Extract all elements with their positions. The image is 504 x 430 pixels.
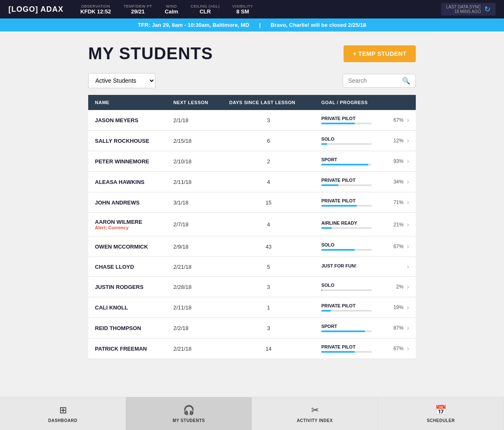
- table-row[interactable]: OWEN MCCORMICK2/9/1843SOLO67%›: [88, 236, 416, 257]
- next-lesson: 2/28/18: [167, 277, 223, 297]
- progress-pct: 67%: [389, 346, 404, 351]
- chevron-right-icon[interactable]: ›: [407, 178, 409, 186]
- days-since: 3: [223, 277, 315, 297]
- chevron-right-icon[interactable]: ›: [407, 263, 409, 270]
- next-lesson: 2/2/18: [167, 318, 223, 338]
- progress-bar-fill: [321, 310, 331, 312]
- goal-progress: SOLO67%›: [315, 236, 416, 257]
- chevron-right-icon[interactable]: ›: [407, 199, 409, 206]
- goal-progress: PRIVATE PILOT71%›: [315, 192, 416, 213]
- search-box: 🔍: [343, 74, 416, 88]
- chevron-right-icon[interactable]: ›: [407, 345, 409, 352]
- nav-scheduler[interactable]: 📅 SCHEDULER: [378, 397, 504, 430]
- progress-pct: 12%: [389, 138, 404, 144]
- table-row[interactable]: PATRICK FREEMAN2/21/1814PRIVATE PILOT67%…: [88, 338, 416, 359]
- goal-label: SOLO: [321, 136, 386, 142]
- goal-label: PRIVATE PILOT: [321, 198, 386, 203]
- visibility-label: VISIBILITY: [232, 4, 253, 8]
- student-alert: Alert: Currency: [95, 225, 160, 230]
- goal-label: AIRLINE READY: [321, 220, 386, 225]
- next-lesson: 2/10/18: [167, 151, 223, 172]
- observation-value: KFDK 12:52: [80, 8, 111, 15]
- days-since: 14: [223, 338, 315, 359]
- progress-pct: 21%: [389, 222, 404, 228]
- days-since: 43: [223, 236, 315, 257]
- progress-bar-fill: [321, 184, 339, 186]
- sync-icon: ↻: [484, 5, 491, 14]
- nav-my-students[interactable]: 🎧 MY STUDENTS: [126, 397, 252, 430]
- goal-label: SPORT: [321, 157, 386, 162]
- days-since: 4: [223, 172, 315, 192]
- goal-progress: SPORT93%›: [315, 151, 416, 172]
- students-table: NAME NEXT LESSON DAYS SINCE LAST LESSON …: [88, 95, 416, 359]
- progress-bar-bg: [321, 330, 372, 332]
- table-row[interactable]: REID THOMPSON2/2/183SPORT87%›: [88, 318, 416, 338]
- chevron-right-icon[interactable]: ›: [407, 116, 409, 124]
- next-lesson: 2/9/18: [167, 236, 223, 257]
- table-row[interactable]: AARON WILMEREAlert: Currency2/7/184AIRLI…: [88, 213, 416, 236]
- observation-item: OBSERVATION KFDK 12:52: [80, 4, 111, 15]
- table-row[interactable]: SALLY ROCKHOUSE2/15/186SOLO12%›: [88, 131, 416, 151]
- wind-item: WIND Calm: [165, 4, 178, 15]
- goal-label: SOLO: [321, 242, 386, 247]
- logo: [LOGO] ADAX: [8, 5, 63, 14]
- chevron-right-icon[interactable]: ›: [407, 221, 409, 228]
- chevron-right-icon[interactable]: ›: [407, 324, 409, 332]
- main-content: MY STUDENTS + TEMP STUDENT Active Studen…: [0, 31, 504, 397]
- table-row[interactable]: JUSTIN RODGERS2/28/183SOLO2%›: [88, 277, 416, 297]
- goal-progress: SOLO12%›: [315, 131, 416, 151]
- chevron-right-icon[interactable]: ›: [407, 304, 409, 311]
- progress-pct: 19%: [389, 304, 404, 310]
- nav-activity-index[interactable]: ✂ ACTIVITY INDEX: [252, 397, 378, 430]
- progress-pct: 87%: [389, 325, 404, 331]
- scheduler-icon: 📅: [435, 405, 446, 416]
- nav-scheduler-label: SCHEDULER: [427, 418, 455, 423]
- table-row[interactable]: PETER WINNEMORE2/10/182SPORT93%›: [88, 151, 416, 172]
- progress-bar-fill: [321, 330, 365, 332]
- student-name: AARON WILMERE: [95, 219, 160, 225]
- progress-bar-fill: [321, 164, 368, 165]
- wind-label: WIND: [166, 4, 177, 8]
- table-row[interactable]: CHASE LLOYD2/21/185JUST FOR FUN!›: [88, 257, 416, 277]
- progress-bar-bg: [321, 351, 372, 353]
- chevron-right-icon[interactable]: ›: [407, 283, 409, 291]
- progress-bar-bg: [321, 289, 372, 291]
- goal-label: PRIVATE PILOT: [321, 178, 386, 183]
- table-row[interactable]: JOHN ANDREWS3/1/1815PRIVATE PILOT71%›: [88, 192, 416, 213]
- progress-bar-fill: [321, 205, 357, 207]
- page-header: MY STUDENTS + TEMP STUDENT: [88, 44, 416, 63]
- dashboard-icon: ⊞: [59, 405, 67, 416]
- table-row[interactable]: CALI KNOLL2/11/181PRIVATE PILOT19%›: [88, 297, 416, 318]
- table-row[interactable]: ALEASA HAWKINS2/11/184PRIVATE PILOT34%›: [88, 172, 416, 192]
- student-filter-select[interactable]: Active StudentsAll StudentsInactive Stud…: [88, 73, 155, 88]
- ceiling-value: CLR: [200, 8, 211, 15]
- chevron-right-icon[interactable]: ›: [407, 157, 409, 165]
- next-lesson: 2/11/18: [167, 297, 223, 318]
- student-name: CALI KNOLL: [95, 304, 160, 311]
- progress-bar-bg: [321, 227, 372, 229]
- wind-value: Calm: [165, 8, 178, 15]
- days-since: 15: [223, 192, 315, 213]
- search-input[interactable]: [348, 77, 399, 84]
- tfr-banner: TFR: Jan 29, 8am - 10:30am, Baltimore, M…: [0, 18, 504, 31]
- progress-pct: 71%: [389, 199, 404, 205]
- temp-label: TEMP/DEW PT: [123, 4, 152, 8]
- chevron-right-icon[interactable]: ›: [407, 243, 409, 250]
- progress-bar-bg: [321, 164, 372, 165]
- goal-progress: AIRLINE READY21%›: [315, 213, 416, 236]
- last-sync-value: 18 mins ago: [446, 9, 481, 14]
- my-students-icon: 🎧: [183, 405, 194, 416]
- student-name: JUSTIN RODGERS: [95, 284, 160, 290]
- temp-student-button[interactable]: + TEMP STUDENT: [344, 45, 416, 62]
- table-row[interactable]: JASON MEYERS2/1/183PRIVATE PILOT67%›: [88, 110, 416, 131]
- goal-label: JUST FOR FUN!: [321, 263, 404, 268]
- days-since: 3: [223, 318, 315, 338]
- chevron-right-icon[interactable]: ›: [407, 137, 409, 144]
- progress-pct: 34%: [389, 179, 404, 185]
- visibility-value: 8 SM: [236, 8, 249, 15]
- weather-info: OBSERVATION KFDK 12:52 TEMP/DEW PT 29/21…: [80, 4, 441, 15]
- next-lesson: 2/15/18: [167, 131, 223, 151]
- next-lesson: 2/11/18: [167, 172, 223, 192]
- goal-progress: PRIVATE PILOT34%›: [315, 172, 416, 192]
- nav-dashboard[interactable]: ⊞ DASHBOARD: [0, 397, 126, 430]
